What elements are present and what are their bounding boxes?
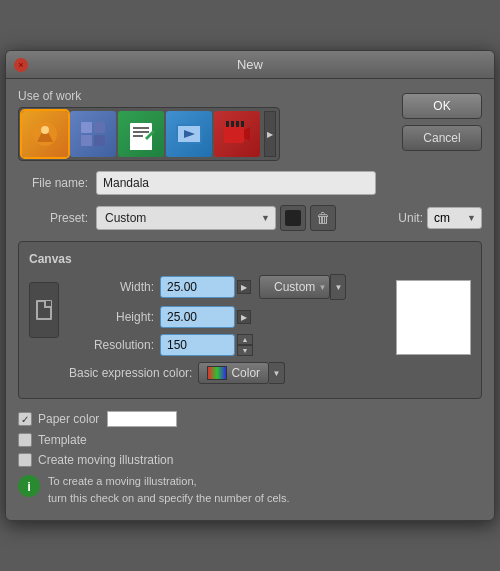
preset-label: Preset: — [18, 211, 88, 225]
dialog-title: New — [237, 57, 263, 72]
color-text: Color — [231, 366, 260, 380]
unit-select[interactable]: cm px mm in — [427, 207, 482, 229]
paper-color-row: Paper color — [18, 411, 482, 427]
cancel-button[interactable]: Cancel — [402, 125, 482, 151]
svg-rect-15 — [241, 121, 244, 127]
resolution-label: Resolution: — [69, 338, 154, 352]
paper-color-swatch[interactable] — [107, 411, 177, 427]
trash-icon: 🗑 — [316, 210, 330, 226]
art-type-btn[interactable] — [118, 111, 164, 157]
svg-rect-2 — [81, 122, 92, 133]
title-bar: × New — [6, 51, 494, 79]
custom-button[interactable]: Custom — [259, 275, 330, 299]
file-name-row: File name: — [18, 171, 482, 195]
ok-button[interactable]: OK — [402, 93, 482, 119]
color-swatch-icon — [207, 366, 227, 380]
canvas-height-row: Height: ▶ — [69, 306, 386, 328]
width-arrow-btn[interactable]: ▶ — [237, 280, 251, 294]
height-input[interactable] — [160, 306, 235, 328]
custom-select-wrapper: Custom — [259, 275, 330, 299]
custom-dropdown-btn[interactable]: ▼ — [330, 274, 346, 300]
resolution-down-btn[interactable]: ▼ — [237, 345, 253, 356]
canvas-inner: Width: ▶ Custom ▼ Height: ▶ — [29, 274, 471, 388]
close-button[interactable]: × — [14, 58, 28, 72]
paper-color-checkbox[interactable] — [18, 412, 32, 426]
unit-select-wrapper: cm px mm in — [427, 207, 482, 229]
template-row: Template — [18, 433, 482, 447]
basic-expression-color-label: Basic expression color: — [69, 366, 192, 380]
preset-icon — [285, 210, 301, 226]
orientation-icon — [36, 300, 52, 320]
resolution-spinner: ▲ ▼ — [237, 334, 253, 356]
resolution-up-btn[interactable]: ▲ — [237, 334, 253, 345]
moving-illustration-label: Create moving illustration — [38, 453, 173, 467]
svg-rect-14 — [236, 121, 239, 127]
color-dropdown-btn[interactable]: ▼ — [269, 362, 285, 384]
new-dialog: × New Use of work — [5, 50, 495, 521]
svg-rect-4 — [81, 135, 92, 146]
paper-color-label: Paper color — [38, 412, 99, 426]
info-text: To create a moving illustration, turn th… — [48, 473, 290, 506]
button-group: OK Cancel — [402, 93, 482, 151]
canvas-section: Canvas Width: ▶ Custom ▼ — [18, 241, 482, 399]
svg-rect-13 — [231, 121, 234, 127]
svg-rect-3 — [94, 122, 105, 133]
canvas-resolution-row: Resolution: ▲ ▼ — [69, 334, 386, 356]
svg-marker-11 — [244, 127, 250, 141]
top-row: Use of work — [18, 89, 482, 161]
use-of-work-section: Use of work — [18, 89, 280, 161]
use-of-work-label: Use of work — [18, 89, 280, 103]
info-row: i To create a moving illustration, turn … — [18, 473, 482, 506]
info-icon: i — [18, 475, 40, 497]
preset-select[interactable]: Custom — [96, 206, 276, 230]
canvas-fields: Width: ▶ Custom ▼ Height: ▶ — [69, 274, 386, 388]
preset-icon-btn[interactable] — [280, 205, 306, 231]
preset-delete-btn[interactable]: 🗑 — [310, 205, 336, 231]
template-checkbox[interactable] — [18, 433, 32, 447]
file-name-label: File name: — [18, 176, 88, 190]
basic-expression-color-row: Basic expression color: Color ▼ — [69, 362, 386, 384]
height-label: Height: — [69, 310, 154, 324]
preset-row: Preset: Custom 🗑 Unit: cm px mm in — [18, 205, 482, 231]
color-button[interactable]: Color — [198, 362, 269, 384]
height-arrow-btn[interactable]: ▶ — [237, 310, 251, 324]
canvas-title: Canvas — [29, 252, 471, 266]
file-name-input[interactable] — [96, 171, 376, 195]
icon-strip-scroll-btn[interactable]: ▶ — [264, 111, 276, 157]
canvas-width-row: Width: ▶ Custom ▼ — [69, 274, 386, 300]
animation-type-btn[interactable] — [166, 111, 212, 157]
illustration-type-btn[interactable] — [22, 111, 68, 157]
svg-rect-5 — [94, 135, 105, 146]
moving-illustration-checkbox[interactable] — [18, 453, 32, 467]
orientation-button[interactable] — [29, 282, 59, 338]
width-label: Width: — [69, 280, 154, 294]
preset-select-wrapper: Custom — [96, 206, 276, 230]
bottom-section: Paper color Template Create moving illus… — [18, 407, 482, 510]
canvas-right — [396, 274, 471, 355]
icon-strip: ▶ — [18, 107, 280, 161]
moving-illustration-row: Create moving illustration — [18, 453, 482, 467]
video-type-btn[interactable] — [214, 111, 260, 157]
comic-type-btn[interactable] — [70, 111, 116, 157]
dialog-body: Use of work — [6, 79, 494, 520]
unit-label: Unit: — [398, 211, 423, 225]
canvas-preview — [396, 280, 471, 355]
width-input[interactable] — [160, 276, 235, 298]
resolution-input[interactable] — [160, 334, 235, 356]
svg-rect-10 — [224, 125, 244, 143]
svg-point-1 — [41, 126, 49, 134]
template-label: Template — [38, 433, 87, 447]
svg-rect-12 — [226, 121, 229, 127]
